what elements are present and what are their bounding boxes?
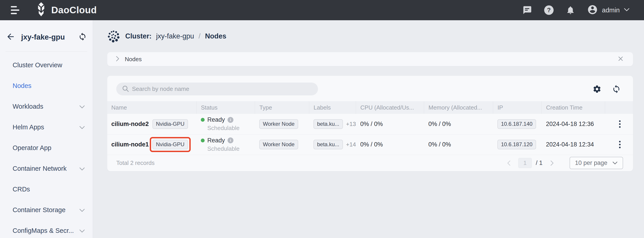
status-text: Ready — [207, 137, 225, 144]
table-footer: Total 2 records / 1 10 per page — [107, 155, 633, 171]
page-size-select[interactable]: 10 per page — [570, 157, 623, 169]
notification-bell-icon[interactable] — [566, 5, 576, 15]
breadcrumb-cluster-link[interactable]: jxy-fake-gpu — [156, 32, 194, 40]
top-bar: DaoCloud ? — [0, 0, 644, 20]
sidebar-item-crds[interactable]: CRDs — [0, 179, 93, 200]
help-icon[interactable]: ? — [544, 5, 554, 15]
cpu-usage: 0% / 0% — [356, 114, 424, 134]
col-creation-time[interactable]: Creation Time — [542, 101, 605, 114]
collapse-bar-title: Nodes — [125, 56, 142, 63]
chevron-down-icon — [79, 206, 85, 214]
label-tag[interactable]: beta.ku... — [314, 140, 343, 149]
node-type-tag: Worker Node — [259, 140, 298, 149]
switch-cluster-icon[interactable] — [78, 32, 87, 42]
col-status[interactable]: Status — [196, 101, 255, 114]
breadcrumb-prefix: Cluster: — [125, 32, 152, 40]
sidebar-item-helm-apps[interactable]: Helm Apps — [0, 117, 93, 138]
node-name-link[interactable]: cilium-node1 — [111, 141, 149, 148]
creation-time: 2024-04-18 12:34 — [542, 134, 605, 155]
chevron-down-icon — [79, 165, 85, 172]
label-tag[interactable]: beta.ku... — [314, 119, 343, 129]
node-search[interactable] — [116, 82, 318, 96]
schedulable-text: Schedulable — [207, 124, 255, 132]
table-toolbar — [107, 76, 633, 101]
sidebar: jxy-fake-gpu Cluster Overview Nodes Work… — [0, 20, 93, 238]
label-more-count[interactable]: +14 — [346, 141, 356, 148]
main-content: Cluster: jxy-fake-gpu / Nodes Nodes — [93, 20, 644, 238]
nodes-table-card: Name Status Type Labels CPU (Allocated/U… — [107, 76, 633, 171]
sidebar-item-container-network[interactable]: Container Network — [0, 158, 93, 179]
page-total: / 1 — [536, 160, 542, 166]
highlight-annotation-box: Nvidia-GPU — [150, 137, 191, 152]
status-ready-dot — [201, 138, 204, 142]
schedulable-text: Schedulable — [207, 145, 255, 152]
col-actions — [605, 101, 633, 114]
table-row[interactable]: cilium-node1 Nvidia-GPU Ready — [107, 134, 633, 155]
brand-name: DaoCloud — [51, 5, 97, 16]
col-memory[interactable]: Memory (Allocated... — [424, 101, 493, 114]
status-text: Ready — [207, 116, 225, 123]
creation-time: 2024-04-18 12:36 — [542, 114, 605, 134]
brand[interactable]: DaoCloud — [35, 2, 97, 18]
memory-usage: 0% / 0% — [424, 134, 493, 155]
page-size-value: 10 per page — [575, 160, 607, 166]
chevron-down-icon — [79, 124, 85, 131]
table-header-row: Name Status Type Labels CPU (Allocated/U… — [107, 101, 633, 114]
col-name[interactable]: Name — [107, 101, 196, 114]
status-ready-dot — [201, 118, 204, 122]
help-glyph: ? — [544, 6, 554, 15]
cluster-name-title: jxy-fake-gpu — [21, 33, 78, 42]
sidebar-item-cluster-overview[interactable]: Cluster Overview — [0, 55, 93, 75]
col-labels[interactable]: Labels — [309, 101, 356, 114]
breadcrumb: Cluster: jxy-fake-gpu / Nodes — [107, 20, 633, 52]
table-row[interactable]: cilium-node2 Nvidia-GPU Ready i — [107, 114, 633, 134]
search-input[interactable] — [132, 86, 315, 92]
total-records: Total 2 records — [116, 160, 155, 166]
sidebar-item-configmaps-secrets[interactable]: ConfigMaps & Secr... — [0, 220, 93, 238]
info-icon[interactable]: i — [228, 138, 234, 143]
avatar-icon — [587, 4, 598, 16]
user-menu[interactable]: admin — [587, 4, 630, 16]
cpu-usage: 0% / 0% — [356, 134, 424, 155]
col-ip[interactable]: IP — [493, 101, 542, 114]
next-page-icon[interactable] — [548, 159, 556, 167]
ip-tag[interactable]: 10.6.187.120 — [498, 140, 536, 149]
chevron-down-icon — [79, 103, 85, 110]
user-chevron-down-icon — [624, 8, 630, 12]
breadcrumb-separator: / — [198, 32, 200, 40]
sidebar-item-workloads[interactable]: Workloads — [0, 96, 93, 117]
breadcrumb-current: Nodes — [205, 32, 226, 40]
page-number-input[interactable] — [518, 158, 532, 168]
back-arrow-icon[interactable] — [6, 32, 15, 42]
node-type-tag: Worker Node — [259, 119, 298, 129]
node-name-link[interactable]: cilium-node2 — [111, 120, 149, 128]
message-icon[interactable] — [522, 5, 532, 15]
row-actions-kebab-icon[interactable] — [615, 120, 625, 128]
info-icon[interactable]: i — [228, 117, 234, 123]
nodes-table: Name Status Type Labels CPU (Allocated/U… — [107, 101, 633, 155]
ip-tag[interactable]: 10.6.187.140 — [498, 119, 536, 129]
memory-usage: 0% / 0% — [424, 114, 493, 134]
row-actions-kebab-icon[interactable] — [615, 141, 625, 148]
sidebar-item-operator-app[interactable]: Operator App — [0, 138, 93, 158]
col-type[interactable]: Type — [255, 101, 309, 114]
gpu-tag: Nvidia-GPU — [152, 119, 188, 129]
app-root: DaoCloud ? — [0, 0, 644, 238]
pagination: / 1 10 per page — [505, 157, 623, 169]
chevron-right-icon[interactable] — [115, 56, 120, 63]
prev-page-icon[interactable] — [505, 159, 513, 167]
sidebar-item-container-storage[interactable]: Container Storage — [0, 200, 93, 220]
nodes-collapse-bar: Nodes — [107, 52, 633, 66]
hamburger-menu-icon[interactable] — [11, 6, 20, 14]
daocloud-logo-icon — [35, 2, 48, 18]
chevron-down-icon — [79, 227, 85, 234]
settings-gear-icon[interactable] — [592, 84, 602, 94]
close-icon[interactable] — [618, 56, 624, 62]
refresh-icon[interactable] — [612, 84, 621, 94]
col-cpu[interactable]: CPU (Allocated/Us... — [356, 101, 424, 114]
label-more-count[interactable]: +13 — [346, 120, 356, 128]
sidebar-item-nodes[interactable]: Nodes — [0, 75, 93, 96]
gpu-tag: Nvidia-GPU — [152, 140, 188, 149]
username: admin — [602, 6, 620, 14]
cluster-icon — [107, 30, 120, 42]
